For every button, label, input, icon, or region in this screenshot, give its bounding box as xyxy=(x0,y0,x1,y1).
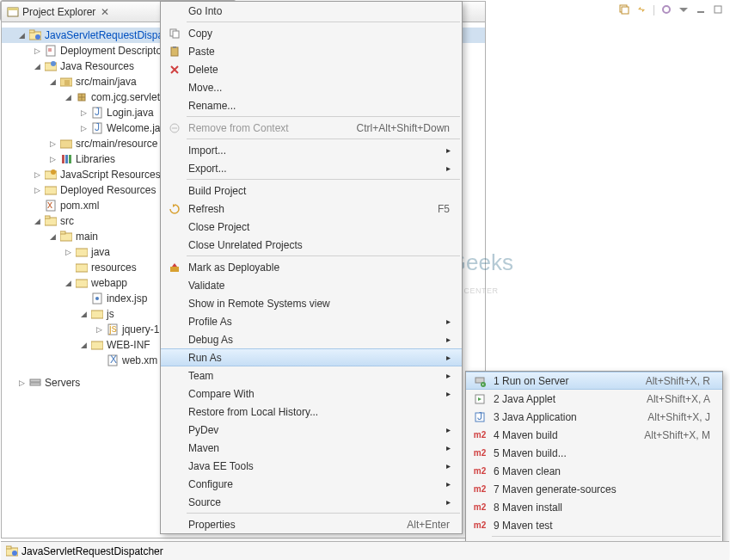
tab-close-icon[interactable]: ✕ xyxy=(101,6,109,18)
menu-profile-as[interactable]: Profile As▸ xyxy=(161,312,462,330)
expander-icon[interactable]: ◢ xyxy=(48,232,57,241)
submenu-maven-build-dots[interactable]: m25 Maven build... xyxy=(466,444,722,462)
svg-rect-31 xyxy=(76,264,88,272)
svg-text:js: js xyxy=(108,323,117,335)
expander-icon[interactable]: ◢ xyxy=(79,310,88,318)
submenu-run-on-server[interactable]: 1 Run on ServerAlt+Shift+X, R xyxy=(466,372,722,390)
expander-icon[interactable]: ◢ xyxy=(48,77,57,86)
expander-icon[interactable]: ▷ xyxy=(64,248,72,256)
svg-rect-32 xyxy=(76,280,88,287)
expander-icon[interactable]: ◢ xyxy=(64,279,72,287)
tree-label: src/main/java xyxy=(76,76,137,88)
expander-icon[interactable]: ◢ xyxy=(79,341,88,349)
svg-point-45 xyxy=(663,6,670,13)
svg-text:x: x xyxy=(47,200,52,211)
tree-label: src xyxy=(60,215,74,227)
menu-paste[interactable]: Paste xyxy=(161,42,462,60)
submenu-maven-build[interactable]: m24 Maven buildAlt+Shift+X, M xyxy=(466,426,722,444)
menu-separator xyxy=(187,255,460,256)
maximize-icon[interactable] xyxy=(711,3,725,16)
tree-label: jquery-1 xyxy=(122,323,159,335)
run-server-icon xyxy=(469,375,490,387)
menu-copy[interactable]: Copy xyxy=(161,24,462,42)
menu-separator xyxy=(492,536,721,537)
menu-compare-with[interactable]: Compare With▸ xyxy=(161,385,462,403)
expander-icon[interactable]: ▷ xyxy=(48,155,57,163)
menu-rename[interactable]: Rename... xyxy=(161,96,462,114)
folder-icon xyxy=(90,307,104,321)
menu-source[interactable]: Source▸ xyxy=(161,493,462,511)
menu-maven[interactable]: Maven▸ xyxy=(161,439,462,457)
expander-icon[interactable]: ▷ xyxy=(33,186,41,194)
view-menu-icon[interactable] xyxy=(677,3,690,16)
menu-close-unrelated[interactable]: Close Unrelated Projects xyxy=(161,236,462,254)
expander-icon[interactable]: ▷ xyxy=(17,378,26,387)
menu-restore-history[interactable]: Restore from Local History... xyxy=(161,403,462,421)
menu-debug-as[interactable]: Debug As▸ xyxy=(161,330,462,348)
svg-rect-54 xyxy=(170,267,179,272)
menu-mark-deployable[interactable]: Mark as Deployable xyxy=(161,258,462,276)
menu-configure[interactable]: Configure▸ xyxy=(161,475,462,493)
svg-text:J: J xyxy=(95,107,100,118)
folder-icon xyxy=(59,230,73,243)
menu-build-project[interactable]: Build Project xyxy=(161,182,462,200)
submenu-maven-test[interactable]: m29 Maven test xyxy=(466,516,722,534)
js-resources-icon xyxy=(44,168,58,182)
tree-label: Login.java xyxy=(107,107,154,119)
expander-icon[interactable]: ◢ xyxy=(33,217,41,225)
menu-close-project[interactable]: Close Project xyxy=(161,218,462,236)
menu-run-as[interactable]: Run As▸ xyxy=(161,348,462,366)
menu-team[interactable]: Team▸ xyxy=(161,366,462,385)
java-applet-icon xyxy=(469,393,490,405)
submenu-maven-install[interactable]: m28 Maven install xyxy=(466,498,722,516)
menu-properties[interactable]: PropertiesAlt+Enter xyxy=(161,515,462,533)
collapse-all-icon[interactable] xyxy=(617,3,631,16)
svg-rect-9 xyxy=(64,80,70,85)
svg-rect-50 xyxy=(171,47,178,56)
focus-task-icon[interactable] xyxy=(659,3,673,16)
menu-go-into[interactable]: Go Into xyxy=(161,2,462,20)
expander-icon[interactable]: ▷ xyxy=(79,124,88,132)
copy-icon xyxy=(164,28,185,40)
maven-icon: m2 xyxy=(469,448,490,458)
xml-file-icon: X xyxy=(106,354,120,367)
expander-icon[interactable]: ▷ xyxy=(48,139,57,148)
svg-rect-47 xyxy=(715,6,721,13)
folder-icon xyxy=(75,245,89,259)
link-editor-icon[interactable] xyxy=(635,3,648,16)
expander-icon[interactable]: ◢ xyxy=(17,31,26,40)
expander-icon[interactable]: ◢ xyxy=(64,93,72,102)
expander-icon[interactable]: ▷ xyxy=(79,108,88,117)
minimize-icon[interactable] xyxy=(694,3,708,16)
submenu-java-applet[interactable]: 2 Java AppletAlt+Shift+X, A xyxy=(466,390,722,408)
tree-label: pom.xml xyxy=(60,200,99,212)
menu-validate[interactable]: Validate xyxy=(161,276,462,294)
menu-delete[interactable]: Delete xyxy=(161,60,462,78)
menu-show-remote[interactable]: Show in Remote Systems view xyxy=(161,294,462,312)
svg-rect-38 xyxy=(91,342,103,349)
svg-rect-41 xyxy=(30,379,40,382)
expander-icon[interactable]: ◢ xyxy=(33,62,41,71)
submenu-java-application[interactable]: J3 Java ApplicationAlt+Shift+X, J xyxy=(466,408,722,426)
menu-export[interactable]: Export...▸ xyxy=(161,159,462,177)
deployable-icon xyxy=(164,262,185,274)
deployed-icon xyxy=(44,183,58,197)
submenu-maven-generate[interactable]: m27 Maven generate-sources xyxy=(466,480,722,498)
svg-rect-27 xyxy=(45,216,50,218)
menu-move[interactable]: Move... xyxy=(161,78,462,96)
expander-icon[interactable]: ▷ xyxy=(33,170,41,179)
menu-java-ee-tools[interactable]: Java EE Tools▸ xyxy=(161,457,462,475)
menu-import[interactable]: Import...▸ xyxy=(161,141,462,159)
menu-refresh[interactable]: RefreshF5 xyxy=(161,200,462,218)
folder-icon xyxy=(75,261,89,274)
status-bar: JavaServletRequestDispatcher xyxy=(1,541,729,560)
tree-label: webapp xyxy=(91,277,127,289)
tree-label: index.jsp xyxy=(107,292,147,305)
expander-icon[interactable]: ▷ xyxy=(33,46,41,55)
run-as-submenu: 1 Run on ServerAlt+Shift+X, R 2 Java App… xyxy=(465,371,723,557)
submenu-maven-clean[interactable]: m26 Maven clean xyxy=(466,462,722,480)
menu-pydev[interactable]: PyDev▸ xyxy=(161,421,462,439)
tree-label: Deployed Resources xyxy=(60,184,156,196)
expander-icon[interactable]: ▷ xyxy=(95,325,103,334)
menu-separator xyxy=(187,22,460,22)
